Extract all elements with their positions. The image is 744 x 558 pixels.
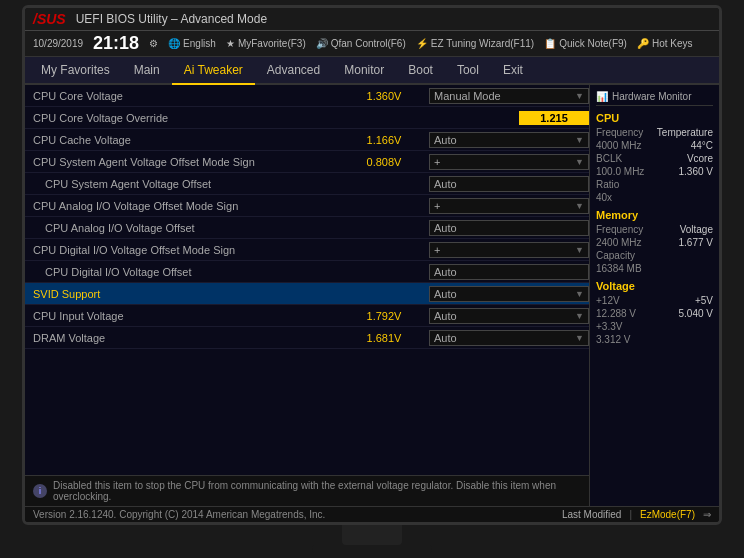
setting-voltage [339, 292, 429, 296]
chevron-down-icon: ▼ [575, 157, 584, 167]
setting-dropdown[interactable]: + ▼ [429, 242, 589, 258]
hw-label: +12V [596, 295, 620, 306]
setting-label: CPU Analog I/O Voltage Offset [25, 220, 339, 236]
dropdown-value: Auto [434, 332, 457, 344]
hw-row: 3.312 V [596, 334, 713, 345]
nav-tool[interactable]: Tool [445, 57, 491, 83]
chevron-down-icon: ▼ [575, 289, 584, 299]
footer-copyright: Version 2.16.1240. Copyright (C) 2014 Am… [33, 509, 325, 520]
setting-dropdown[interactable]: Auto ▼ [429, 308, 589, 324]
table-row: CPU Input Voltage 1.792V Auto ▼ [25, 305, 589, 327]
hw-label: 3.312 V [596, 334, 630, 345]
setting-voltage [339, 182, 429, 186]
setting-label: SVID Support [25, 286, 339, 302]
hw-label: BCLK [596, 153, 622, 164]
quick-note-item[interactable]: 📋 Quick Note(F9) [544, 38, 627, 49]
status-bar: 10/29/2019 21:18 ⚙ 🌐 English ★ MyFavorit… [25, 31, 719, 57]
hw-label: 12.288 V [596, 308, 636, 319]
last-modified-button[interactable]: Last Modified [562, 509, 621, 520]
hw-value: +5V [695, 295, 713, 306]
setting-voltage [339, 248, 429, 252]
favorite-item[interactable]: ★ MyFavorite(F3) [226, 38, 306, 49]
ez-icon: ⚡ [416, 38, 428, 49]
setting-voltage: 1.792V [339, 308, 429, 324]
nav-monitor[interactable]: Monitor [332, 57, 396, 83]
hw-label: Ratio [596, 179, 619, 190]
dropdown-value: + [434, 156, 440, 168]
globe-icon: 🌐 [168, 38, 180, 49]
dropdown-value: Auto [434, 288, 457, 300]
main-content: CPU Core Voltage 1.360V Manual Mode ▼ CP… [25, 85, 719, 506]
nav-exit[interactable]: Exit [491, 57, 535, 83]
table-row: CPU System Agent Voltage Offset Auto [25, 173, 589, 195]
ez-mode-button[interactable]: EzMode(F7) [640, 509, 695, 520]
chevron-down-icon: ▼ [575, 91, 584, 101]
setting-label: CPU Core Voltage Override [25, 110, 429, 126]
hw-row: +3.3V [596, 321, 713, 332]
setting-label: CPU Cache Voltage [25, 132, 339, 148]
setting-dropdown[interactable]: Auto [429, 176, 589, 192]
nav-main[interactable]: Main [122, 57, 172, 83]
setting-voltage: 1.166V [339, 132, 429, 148]
nav-my-favorites[interactable]: My Favorites [29, 57, 122, 83]
hw-value: Temperature [657, 127, 713, 138]
hw-label: 2400 MHz [596, 237, 642, 248]
dropdown-value: Auto [434, 134, 457, 146]
hot-keys-item[interactable]: 🔑 Hot Keys [637, 38, 693, 49]
date: 10/29/2019 [33, 38, 83, 49]
hardware-monitor-panel: 📊 Hardware Monitor CPU Frequency Tempera… [589, 85, 719, 506]
setting-dropdown[interactable]: Auto ▼ [429, 286, 589, 302]
dropdown-value: Auto [434, 266, 457, 278]
setting-dropdown[interactable]: + ▼ [429, 198, 589, 214]
hw-row: 40x [596, 192, 713, 203]
nav-advanced[interactable]: Advanced [255, 57, 332, 83]
setting-label: CPU System Agent Voltage Offset [25, 176, 339, 192]
nav-boot[interactable]: Boot [396, 57, 445, 83]
dropdown-value: + [434, 244, 440, 256]
hw-value: 1.360 V [679, 166, 713, 177]
hw-monitor-title: 📊 Hardware Monitor [596, 91, 713, 106]
dropdown-value: Auto [434, 310, 457, 322]
favorite-label: MyFavorite(F3) [238, 38, 306, 49]
hw-label: 16384 MB [596, 263, 642, 274]
table-row: CPU Core Voltage Override 1.215 [25, 107, 589, 129]
language-item[interactable]: 🌐 English [168, 38, 216, 49]
settings-table: CPU Core Voltage 1.360V Manual Mode ▼ CP… [25, 85, 589, 475]
hw-label: 40x [596, 192, 612, 203]
table-row: CPU Analog I/O Voltage Offset Auto [25, 217, 589, 239]
nav-ai-tweaker[interactable]: Ai Tweaker [172, 57, 255, 85]
hw-label: 100.0 MHz [596, 166, 644, 177]
table-row[interactable]: SVID Support Auto ▼ [25, 283, 589, 305]
qfan-item[interactable]: 🔊 Qfan Control(F6) [316, 38, 406, 49]
dropdown-value: + [434, 200, 440, 212]
ez-tuning-item[interactable]: ⚡ EZ Tuning Wizard(F11) [416, 38, 534, 49]
setting-voltage [339, 204, 429, 208]
monitor-stand [342, 525, 402, 545]
qfan-icon: 🔊 [316, 38, 328, 49]
info-icon: i [33, 484, 47, 498]
setting-label: CPU Core Voltage [25, 88, 339, 104]
hw-label: Capacity [596, 250, 635, 261]
table-row: CPU Digital I/O Voltage Offset Mode Sign… [25, 239, 589, 261]
table-row: CPU Analog I/O Voltage Offset Mode Sign … [25, 195, 589, 217]
memory-section-title: Memory [596, 209, 713, 221]
info-bar: i Disabled this item to stop the CPU fro… [25, 475, 589, 506]
table-row: CPU Cache Voltage 1.166V Auto ▼ [25, 129, 589, 151]
setting-label: CPU Digital I/O Voltage Offset Mode Sign [25, 242, 339, 258]
setting-dropdown[interactable]: Auto ▼ [429, 132, 589, 148]
setting-dropdown[interactable]: Manual Mode ▼ [429, 88, 589, 104]
cpu-section-title: CPU [596, 112, 713, 124]
language-label: English [183, 38, 216, 49]
setting-dropdown[interactable]: Auto [429, 220, 589, 236]
chevron-down-icon: ▼ [575, 135, 584, 145]
setting-dropdown[interactable]: Auto [429, 264, 589, 280]
qfan-label: Qfan Control(F6) [331, 38, 406, 49]
dropdown-value: Manual Mode [434, 90, 501, 102]
setting-dropdown[interactable]: Auto ▼ [429, 330, 589, 346]
dropdown-value: Auto [434, 178, 457, 190]
chevron-down-icon: ▼ [575, 311, 584, 321]
setting-dropdown[interactable]: + ▼ [429, 154, 589, 170]
left-panel: CPU Core Voltage 1.360V Manual Mode ▼ CP… [25, 85, 589, 506]
hw-label: +3.3V [596, 321, 622, 332]
cpu-core-override-input[interactable]: 1.215 [519, 111, 589, 125]
